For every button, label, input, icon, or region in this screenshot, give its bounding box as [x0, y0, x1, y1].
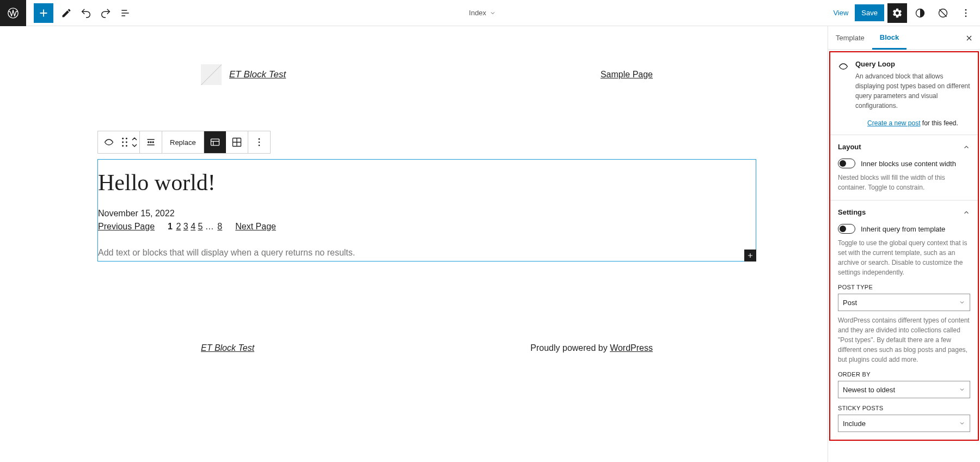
- add-block-button[interactable]: [744, 250, 756, 262]
- left-rail: [0, 26, 26, 462]
- block-card: Query Loop An advanced block that allows…: [830, 52, 978, 135]
- main: ET Block Test Sample Page: [0, 26, 980, 462]
- svg-point-18: [258, 142, 260, 143]
- site-footer: ET Block Test Proudly powered by WordPre…: [97, 262, 756, 375]
- top-toolbar: Index View Save: [0, 0, 980, 26]
- toggle-inner-blocks-width-label: Inner blocks use content width: [861, 160, 956, 168]
- sticky-posts-select[interactable]: Include: [838, 415, 970, 432]
- site-title[interactable]: ET Block Test: [229, 69, 286, 80]
- pagination: Previous Page 1 2 3 4 5 … 8 Next Page: [98, 222, 756, 232]
- toggle-inherit-query-label: Inherit query from template: [861, 225, 945, 233]
- chevron-up-icon: [963, 209, 970, 216]
- toggle-inner-blocks-width[interactable]: [838, 159, 855, 168]
- undo-button[interactable]: [76, 3, 96, 23]
- svg-point-17: [258, 138, 260, 140]
- post-title[interactable]: Hello world!: [98, 163, 756, 199]
- post-date[interactable]: November 15, 2022: [98, 209, 756, 218]
- svg-point-7: [126, 138, 127, 139]
- svg-point-3: [965, 9, 967, 10]
- chevron-down-icon: [489, 10, 496, 16]
- footer-site-title[interactable]: ET Block Test: [201, 343, 254, 353]
- post-type-help: WordPress contains different types of co…: [838, 315, 970, 364]
- site-logo-placeholder[interactable]: [201, 64, 222, 85]
- pagination-numbers[interactable]: 1 2 3 4 5 … 8: [168, 222, 222, 232]
- order-by-label: ORDER BY: [838, 371, 970, 378]
- sidebar-tabs: Template Block: [828, 26, 980, 50]
- settings-sidebar: Template Block Query Loop An advanced bl…: [828, 26, 980, 462]
- sticky-posts-label: STICKY POSTS: [838, 405, 970, 411]
- svg-point-10: [122, 145, 124, 147]
- replace-button[interactable]: Replace: [162, 131, 204, 153]
- display-list-button[interactable]: [204, 131, 226, 153]
- more-options-button[interactable]: [956, 3, 976, 23]
- svg-point-12: [148, 142, 149, 143]
- create-post-row: Create a new post for this feed.: [855, 119, 970, 127]
- topbar-left: [26, 3, 135, 23]
- svg-point-5: [965, 15, 967, 17]
- align-button[interactable]: [140, 131, 162, 153]
- create-post-link[interactable]: Create a new post: [867, 119, 920, 127]
- chevron-up-icon: [963, 143, 970, 151]
- document-title[interactable]: Index: [135, 9, 830, 17]
- post-type-label: POST TYPE: [838, 284, 970, 290]
- redo-button[interactable]: [96, 3, 115, 23]
- panel-layout: Layout Inner blocks use content width Ne…: [830, 135, 978, 200]
- block-toolbar: Replace: [97, 131, 271, 154]
- revisions-button[interactable]: [933, 3, 953, 23]
- svg-point-9: [126, 142, 127, 143]
- svg-point-0: [8, 8, 18, 17]
- inherit-help: Toggle to use the global query context t…: [838, 238, 970, 277]
- query-loop-icon: [838, 60, 850, 127]
- block-more-options[interactable]: [248, 131, 270, 153]
- settings-button[interactable]: [887, 3, 907, 23]
- svg-point-19: [258, 145, 260, 147]
- panel-settings: Settings Inherit query from template Tog…: [830, 200, 978, 440]
- chevron-down-icon: [959, 299, 965, 306]
- document-title-text: Index: [469, 9, 486, 17]
- site-header: ET Block Test Sample Page: [97, 48, 756, 101]
- display-grid-button[interactable]: [226, 131, 248, 153]
- pagination-next[interactable]: Next Page: [235, 222, 276, 232]
- tab-template[interactable]: Template: [828, 26, 872, 50]
- block-description: An advanced block that allows displaying…: [855, 71, 970, 111]
- drag-handle-icon[interactable]: [120, 131, 130, 153]
- chevron-down-icon: [959, 386, 965, 393]
- nav-link-sample-page[interactable]: Sample Page: [601, 70, 653, 80]
- layout-help: Nested blocks will fill the width of thi…: [838, 173, 970, 192]
- block-title: Query Loop: [855, 60, 970, 68]
- block-inserter-button[interactable]: [34, 3, 53, 23]
- move-updown-icon[interactable]: [130, 131, 139, 153]
- svg-point-11: [126, 145, 127, 147]
- footer-powered: Proudly powered by WordPress: [530, 343, 653, 353]
- save-button[interactable]: Save: [855, 4, 884, 21]
- panel-layout-toggle[interactable]: Layout: [838, 143, 970, 151]
- list-view-button[interactable]: [115, 3, 135, 23]
- view-link[interactable]: View: [830, 9, 852, 17]
- order-by-select[interactable]: Newest to oldest: [838, 381, 970, 398]
- edit-tool-button[interactable]: [57, 3, 76, 23]
- chevron-down-icon: [959, 420, 965, 427]
- svg-point-13: [150, 142, 151, 143]
- post-type-select[interactable]: Post: [838, 294, 970, 311]
- wordpress-logo[interactable]: [0, 0, 26, 26]
- editor-canvas: ET Block Test Sample Page: [26, 26, 828, 462]
- close-sidebar-button[interactable]: [958, 34, 980, 42]
- no-results-placeholder[interactable]: Add text or blocks that will display whe…: [98, 248, 756, 258]
- toggle-inherit-query[interactable]: [838, 224, 855, 234]
- query-loop-block[interactable]: Hello world! November 15, 2022 Previous …: [97, 159, 756, 262]
- pagination-prev[interactable]: Previous Page: [98, 222, 155, 232]
- site-brand: ET Block Test: [201, 64, 286, 85]
- topbar-right: View Save: [830, 3, 980, 23]
- tab-block[interactable]: Block: [872, 26, 906, 50]
- panel-settings-toggle[interactable]: Settings: [838, 208, 970, 216]
- svg-point-8: [122, 142, 124, 143]
- styles-button[interactable]: [910, 3, 930, 23]
- svg-point-6: [122, 138, 124, 139]
- sidebar-block-panel-highlight: Query Loop An advanced block that allows…: [829, 51, 979, 441]
- block-type-icon[interactable]: [98, 131, 120, 153]
- svg-point-4: [965, 12, 967, 14]
- footer-wordpress-link[interactable]: WordPress: [610, 343, 653, 352]
- svg-point-14: [152, 142, 154, 143]
- svg-rect-15: [211, 139, 219, 145]
